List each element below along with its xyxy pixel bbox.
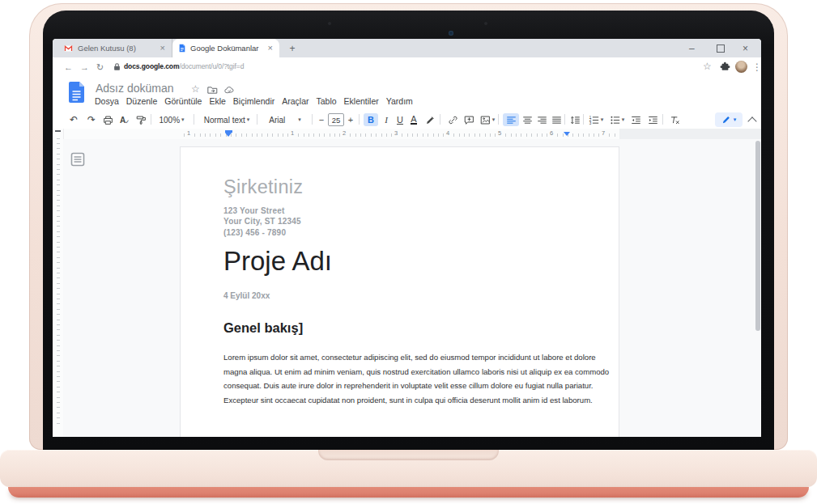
hide-menus-chevron-icon[interactable] <box>747 116 756 125</box>
laptop-base-edge <box>8 487 809 498</box>
maximize-button[interactable] <box>717 39 725 57</box>
insert-link-icon[interactable] <box>446 113 459 126</box>
paragraph-style-select[interactable]: Normal text▾ <box>200 113 253 126</box>
move-folder-icon[interactable] <box>207 85 218 95</box>
heading-text: Genel bakış <box>223 320 299 335</box>
vertical-ruler-marker <box>55 130 61 132</box>
close-button[interactable]: × <box>743 39 748 57</box>
align-center-button[interactable] <box>521 113 534 126</box>
docs-favicon <box>179 44 185 53</box>
paragraph-line: consequat. Duis aute irure dolor in repr… <box>223 379 609 393</box>
scrollbar-thumb[interactable] <box>755 141 760 331</box>
url-field[interactable]: docs.google.com/document/u/0/?tgif=d <box>124 62 244 70</box>
new-tab-button[interactable]: + <box>286 42 299 55</box>
paragraph-line: magna aliqua. Ut enim ad minim veniam, q… <box>223 365 609 379</box>
align-justify-button[interactable] <box>550 113 563 126</box>
decrease-font-size-icon[interactable]: − <box>317 113 326 126</box>
webcam <box>449 31 453 36</box>
chrome-profile-avatar[interactable] <box>735 61 747 73</box>
menu-dosya[interactable]: Dosya <box>95 96 119 106</box>
star-document-icon[interactable]: ☆ <box>191 83 200 95</box>
text-cursor: ] <box>299 320 304 335</box>
align-right-button[interactable] <box>535 113 548 126</box>
paint-format-icon[interactable] <box>134 113 147 126</box>
body-paragraph: Lorem ipsum dolor sit amet, consectetur … <box>223 350 609 407</box>
redo-icon[interactable]: ↷ <box>85 113 98 126</box>
ruler-label: 3 <box>393 129 399 137</box>
italic-button[interactable]: I <box>381 113 392 126</box>
company-address: 123 Your Street Your City, ST 12345 (123… <box>223 205 301 238</box>
add-comment-icon[interactable] <box>462 113 475 126</box>
menu-yardim[interactable]: Yardım <box>386 96 413 106</box>
tab-docs[interactable]: Google Dokümanlar × <box>172 39 279 57</box>
increase-indent-icon[interactable] <box>646 113 659 126</box>
font-select[interactable]: Arial▾ <box>262 113 309 126</box>
cloud-status-icon[interactable] <box>224 85 235 95</box>
menu-ekle[interactable]: Ekle <box>209 96 225 106</box>
chrome-menu-icon[interactable]: ⋮ <box>752 61 761 74</box>
ruler-label: 5 <box>496 129 503 137</box>
docs-header: Adsız doküman ☆ Dosya Düzenle Görüntüle … <box>53 77 761 111</box>
increase-font-size-icon[interactable]: + <box>346 113 355 126</box>
horizontal-ruler: 1 1 2 3 4 5 6 7 <box>63 129 761 140</box>
tab-close-icon[interactable]: × <box>160 44 165 53</box>
chevron-down-icon: ▾ <box>181 116 185 123</box>
minimize-button[interactable]: – <box>689 39 695 57</box>
lock-icon <box>113 62 121 71</box>
address-line: Your City, ST 12345 <box>223 216 301 227</box>
highlight-color-icon[interactable] <box>423 113 436 126</box>
reload-icon[interactable]: ↻ <box>96 61 104 74</box>
clear-formatting-icon[interactable] <box>667 113 682 126</box>
document-outline-icon[interactable] <box>70 152 85 167</box>
text-color-button[interactable]: A <box>408 113 419 126</box>
laptop-lid-notch <box>318 450 499 460</box>
address-line: (123) 456 - 7890 <box>223 227 301 238</box>
forward-icon[interactable]: → <box>80 61 89 74</box>
date-text: 4 Eylül 20xx <box>223 291 270 300</box>
ruler-right-margin-area <box>619 129 761 139</box>
docs-app-icon[interactable] <box>68 81 85 104</box>
sensor-dot <box>328 22 331 25</box>
insert-image-icon[interactable]: ▾ <box>479 113 496 126</box>
url-domain: docs.google.com <box>124 62 179 70</box>
font-size-field[interactable]: 25 <box>328 113 344 126</box>
undo-icon[interactable]: ↶ <box>67 113 80 126</box>
chevron-down-icon: ▾ <box>734 116 737 123</box>
chevron-down-icon: ▾ <box>622 116 625 123</box>
editing-mode-button[interactable]: ▾ <box>715 112 743 127</box>
ruler-label: 7 <box>600 129 606 137</box>
menu-eklentiler[interactable]: Eklentiler <box>344 96 379 106</box>
svg-text:3: 3 <box>589 121 592 125</box>
bookmark-star-icon[interactable]: ☆ <box>703 60 712 73</box>
spellcheck-icon[interactable]: A✓ <box>117 113 132 126</box>
address-bar: ← → ↻ docs.google.com/document/u/0/?tgif… <box>53 57 761 78</box>
menu-tablo[interactable]: Tablo <box>316 96 336 106</box>
numbered-list-button[interactable]: 123▾ <box>587 113 605 126</box>
bulleted-list-button[interactable]: ▾ <box>608 113 626 126</box>
tab-gmail[interactable]: Gelen Kutusu (8) × <box>57 39 172 57</box>
decrease-indent-icon[interactable] <box>629 113 642 126</box>
menu-duzenle[interactable]: Düzenle <box>126 96 158 106</box>
underline-button[interactable]: U <box>394 113 406 126</box>
chevron-down-icon: ▾ <box>298 116 301 123</box>
company-name-text: Şirketiniz <box>223 176 303 198</box>
bold-button[interactable]: B <box>364 113 378 126</box>
document-title[interactable]: Adsız doküman <box>96 82 174 95</box>
right-indent-marker[interactable] <box>564 132 570 139</box>
line-spacing-icon[interactable] <box>568 113 581 126</box>
menu-bicimlendir[interactable]: Biçimlendir <box>233 96 274 106</box>
extensions-puzzle-icon[interactable] <box>720 61 730 72</box>
pencil-edit-icon <box>721 115 731 125</box>
print-icon[interactable] <box>101 113 114 126</box>
zoom-select[interactable]: 100%▾ <box>155 113 189 126</box>
align-left-button[interactable] <box>503 113 519 126</box>
tab-close-icon[interactable]: × <box>268 44 273 53</box>
ruler-ticks <box>57 137 60 428</box>
menu-araclar[interactable]: Araçlar <box>282 96 309 106</box>
paragraph-line: Lorem ipsum dolor sit amet, consectetur … <box>223 350 609 365</box>
menu-bar: Dosya Düzenle Görüntüle Ekle Biçimlendir… <box>95 96 413 106</box>
document-page[interactable]: Şirketiniz 123 Your Street Your City, ST… <box>180 146 619 437</box>
back-icon[interactable]: ← <box>64 61 73 74</box>
menu-goruntule[interactable]: Görüntüle <box>164 96 202 106</box>
browser-window: Gelen Kutusu (8) × Google Dokümanlar × +… <box>53 39 761 437</box>
